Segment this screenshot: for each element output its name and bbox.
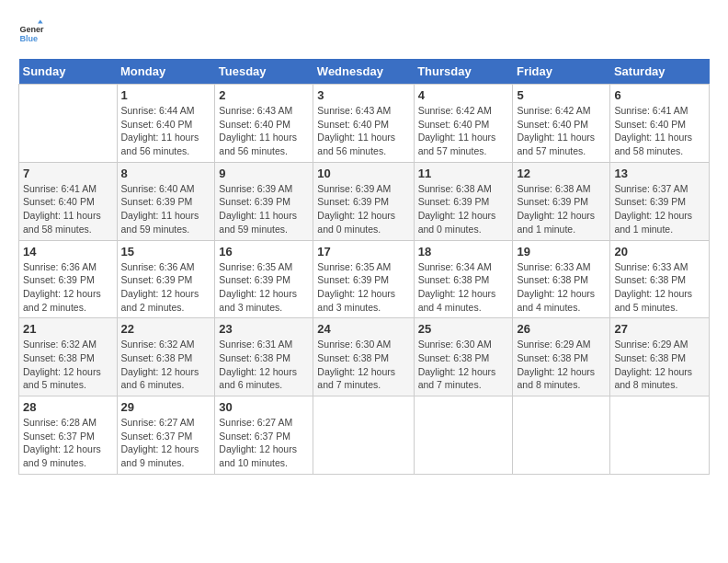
day-info: Sunrise: 6:36 AM Sunset: 6:39 PM Dayligh… [121,260,211,315]
day-number: 1 [121,88,211,102]
col-header-wednesday: Wednesday [313,59,414,85]
day-number: 12 [517,167,606,180]
day-info: Sunrise: 6:43 AM Sunset: 6:40 PM Dayligh… [219,104,309,158]
calendar-cell [313,396,414,475]
day-info: Sunrise: 6:36 AM Sunset: 6:39 PM Dayligh… [23,260,113,315]
day-number: 11 [418,167,509,180]
day-info: Sunrise: 6:41 AM Sunset: 6:40 PM Dayligh… [23,182,113,236]
day-number: 23 [219,322,309,336]
col-header-friday: Friday [513,59,610,85]
day-info: Sunrise: 6:40 AM Sunset: 6:39 PM Dayligh… [121,182,211,236]
calendar-cell: 14Sunrise: 6:36 AM Sunset: 6:39 PM Dayli… [19,240,118,318]
logo: General Blue [18,18,50,44]
day-info: Sunrise: 6:38 AM Sunset: 6:39 PM Dayligh… [517,182,606,236]
calendar-cell: 8Sunrise: 6:40 AM Sunset: 6:39 PM Daylig… [117,162,215,240]
day-info: Sunrise: 6:37 AM Sunset: 6:39 PM Dayligh… [614,182,705,236]
day-number: 26 [517,322,606,336]
calendar-cell: 4Sunrise: 6:42 AM Sunset: 6:40 PM Daylig… [414,85,513,163]
day-number: 6 [614,88,705,102]
day-info: Sunrise: 6:30 AM Sunset: 6:38 PM Dayligh… [317,338,409,392]
day-number: 22 [121,322,211,336]
col-header-saturday: Saturday [610,59,710,85]
calendar-cell: 15Sunrise: 6:36 AM Sunset: 6:39 PM Dayli… [117,240,215,318]
day-info: Sunrise: 6:42 AM Sunset: 6:40 PM Dayligh… [517,104,606,158]
day-number: 18 [418,245,509,259]
calendar-cell: 9Sunrise: 6:39 AM Sunset: 6:39 PM Daylig… [215,162,313,240]
calendar-cell: 10Sunrise: 6:39 AM Sunset: 6:39 PM Dayli… [313,162,414,240]
calendar-cell: 18Sunrise: 6:34 AM Sunset: 6:38 PM Dayli… [414,240,513,318]
day-info: Sunrise: 6:33 AM Sunset: 6:38 PM Dayligh… [517,260,606,315]
calendar-week-row: 1Sunrise: 6:44 AM Sunset: 6:40 PM Daylig… [19,85,710,163]
day-info: Sunrise: 6:28 AM Sunset: 6:37 PM Dayligh… [23,416,113,470]
day-number: 2 [219,88,309,102]
calendar-cell: 22Sunrise: 6:32 AM Sunset: 6:38 PM Dayli… [117,318,215,396]
svg-text:Blue: Blue [19,34,38,43]
day-number: 21 [23,322,113,336]
calendar-cell: 21Sunrise: 6:32 AM Sunset: 6:38 PM Dayli… [19,318,118,396]
day-info: Sunrise: 6:29 AM Sunset: 6:38 PM Dayligh… [517,338,606,392]
calendar-week-row: 21Sunrise: 6:32 AM Sunset: 6:38 PM Dayli… [19,318,710,396]
day-number: 27 [614,322,705,336]
day-number: 24 [317,322,409,336]
day-info: Sunrise: 6:35 AM Sunset: 6:39 PM Dayligh… [317,260,409,315]
calendar-cell: 20Sunrise: 6:33 AM Sunset: 6:38 PM Dayli… [610,240,710,318]
calendar-header: SundayMondayTuesdayWednesdayThursdayFrid… [19,59,710,85]
calendar-cell: 7Sunrise: 6:41 AM Sunset: 6:40 PM Daylig… [19,162,118,240]
logo-icon: General Blue [18,18,44,44]
day-number: 7 [23,167,113,180]
day-info: Sunrise: 6:32 AM Sunset: 6:38 PM Dayligh… [121,338,211,392]
day-number: 4 [418,88,509,102]
day-number: 15 [121,245,211,259]
col-header-tuesday: Tuesday [215,59,313,85]
day-number: 30 [219,400,309,414]
day-info: Sunrise: 6:31 AM Sunset: 6:38 PM Dayligh… [219,338,309,392]
day-info: Sunrise: 6:29 AM Sunset: 6:38 PM Dayligh… [614,338,705,392]
calendar-week-row: 7Sunrise: 6:41 AM Sunset: 6:40 PM Daylig… [19,162,710,240]
day-number: 8 [121,167,211,180]
calendar-cell: 29Sunrise: 6:27 AM Sunset: 6:37 PM Dayli… [117,396,215,475]
col-header-thursday: Thursday [414,59,513,85]
day-info: Sunrise: 6:38 AM Sunset: 6:39 PM Dayligh… [418,182,509,236]
col-header-sunday: Sunday [19,59,118,85]
calendar-cell: 3Sunrise: 6:43 AM Sunset: 6:40 PM Daylig… [313,85,414,163]
calendar-cell: 26Sunrise: 6:29 AM Sunset: 6:38 PM Dayli… [513,318,610,396]
day-number: 20 [614,245,705,259]
day-info: Sunrise: 6:44 AM Sunset: 6:40 PM Dayligh… [121,104,211,158]
day-info: Sunrise: 6:41 AM Sunset: 6:40 PM Dayligh… [614,104,705,158]
calendar-cell: 5Sunrise: 6:42 AM Sunset: 6:40 PM Daylig… [513,85,610,163]
calendar-cell: 25Sunrise: 6:30 AM Sunset: 6:38 PM Dayli… [414,318,513,396]
day-info: Sunrise: 6:30 AM Sunset: 6:38 PM Dayligh… [418,338,509,392]
day-number: 3 [317,88,409,102]
day-info: Sunrise: 6:35 AM Sunset: 6:39 PM Dayligh… [219,260,309,315]
day-number: 19 [517,245,606,259]
day-info: Sunrise: 6:43 AM Sunset: 6:40 PM Dayligh… [317,104,409,158]
calendar-cell: 30Sunrise: 6:27 AM Sunset: 6:37 PM Dayli… [215,396,313,475]
day-info: Sunrise: 6:33 AM Sunset: 6:38 PM Dayligh… [614,260,705,315]
day-info: Sunrise: 6:27 AM Sunset: 6:37 PM Dayligh… [219,416,309,470]
day-number: 14 [23,245,113,259]
calendar-cell: 11Sunrise: 6:38 AM Sunset: 6:39 PM Dayli… [414,162,513,240]
day-number: 16 [219,245,309,259]
day-info: Sunrise: 6:34 AM Sunset: 6:38 PM Dayligh… [418,260,509,315]
day-number: 17 [317,245,409,259]
calendar-cell: 17Sunrise: 6:35 AM Sunset: 6:39 PM Dayli… [313,240,414,318]
calendar-cell [513,396,610,475]
calendar-table: SundayMondayTuesdayWednesdayThursdayFrid… [18,59,710,475]
day-number: 5 [517,88,606,102]
day-number: 28 [23,400,113,414]
calendar-cell: 19Sunrise: 6:33 AM Sunset: 6:38 PM Dayli… [513,240,610,318]
calendar-cell: 1Sunrise: 6:44 AM Sunset: 6:40 PM Daylig… [117,85,215,163]
calendar-cell: 2Sunrise: 6:43 AM Sunset: 6:40 PM Daylig… [215,85,313,163]
day-info: Sunrise: 6:27 AM Sunset: 6:37 PM Dayligh… [121,416,211,470]
day-number: 13 [614,167,705,180]
day-number: 9 [219,167,309,180]
calendar-cell: 6Sunrise: 6:41 AM Sunset: 6:40 PM Daylig… [610,85,710,163]
day-info: Sunrise: 6:39 AM Sunset: 6:39 PM Dayligh… [219,182,309,236]
calendar-cell: 28Sunrise: 6:28 AM Sunset: 6:37 PM Dayli… [19,396,118,475]
calendar-cell [414,396,513,475]
calendar-cell: 13Sunrise: 6:37 AM Sunset: 6:39 PM Dayli… [610,162,710,240]
day-number: 29 [121,400,211,414]
calendar-cell [610,396,710,475]
day-info: Sunrise: 6:32 AM Sunset: 6:38 PM Dayligh… [23,338,113,392]
calendar-cell: 27Sunrise: 6:29 AM Sunset: 6:38 PM Dayli… [610,318,710,396]
